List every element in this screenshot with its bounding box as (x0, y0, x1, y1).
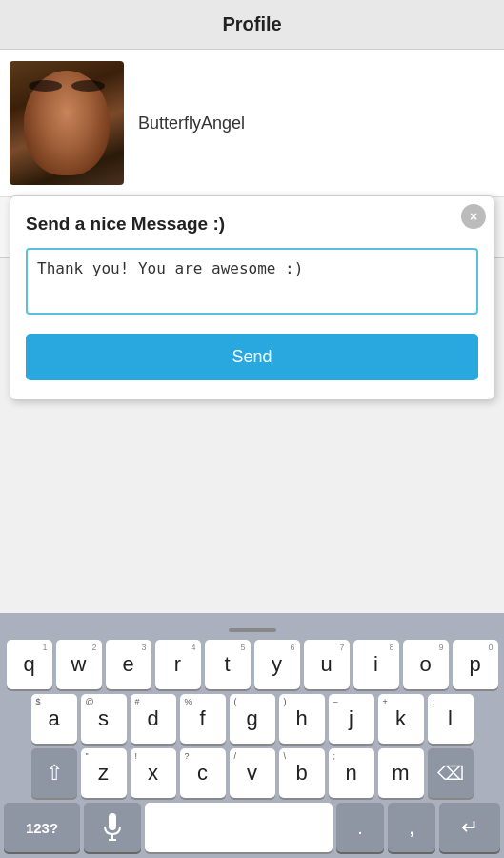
avatar (10, 61, 124, 185)
shift-key[interactable]: ⇧ (31, 748, 77, 798)
key-v[interactable]: /v (230, 748, 275, 798)
send-button[interactable]: Send (26, 334, 478, 380)
key-z[interactable]: "z (81, 748, 127, 798)
key-y[interactable]: 6y (254, 640, 300, 689)
close-icon: × (470, 209, 477, 224)
comma-key[interactable]: , (388, 803, 435, 852)
keyboard-row-1: 1q 2w 3e 4r 5t 6y 7u 8i 9o 0p (4, 640, 500, 689)
key-h[interactable]: )h (279, 694, 325, 744)
username-label: ButterflyAngel (138, 113, 245, 133)
num-switch-button[interactable]: 123? (4, 803, 80, 852)
dot-key[interactable]: . (336, 803, 384, 852)
key-o[interactable]: 9o (403, 640, 449, 689)
mic-button[interactable] (84, 803, 141, 852)
enter-key[interactable]: ↵ (439, 803, 500, 852)
key-x[interactable]: !x (131, 748, 176, 798)
key-r[interactable]: 4r (155, 640, 201, 689)
close-button[interactable]: × (461, 204, 486, 229)
message-input[interactable]: Thank you! You are awesome :) (26, 248, 478, 315)
header: Profile (0, 0, 504, 50)
keyboard-row-4: 123? . , ↵ (4, 803, 500, 852)
space-key[interactable] (145, 803, 333, 852)
keyboard-row-3: ⇧ "z !x ?c /v \b ;n m ⌫ (4, 748, 500, 798)
key-p[interactable]: 0p (453, 640, 498, 689)
key-t[interactable]: 5t (205, 640, 251, 689)
key-f[interactable]: %f (180, 694, 226, 744)
svg-rect-0 (109, 813, 116, 830)
key-b[interactable]: \b (279, 748, 325, 798)
key-l[interactable]: :l (428, 694, 474, 744)
key-q[interactable]: 1q (7, 640, 52, 689)
key-m[interactable]: m (378, 748, 424, 798)
dialog-title: Send a nice Message :) (26, 214, 478, 235)
keyboard-handle (4, 619, 500, 636)
key-g[interactable]: (g (230, 694, 275, 744)
key-j[interactable]: –j (329, 694, 374, 744)
mic-icon (102, 813, 123, 842)
comma-label: , (409, 815, 414, 840)
profile-section: ButterflyAngel (0, 50, 504, 197)
page-title: Profile (222, 13, 281, 34)
key-d[interactable]: #d (131, 694, 176, 744)
key-k[interactable]: +k (378, 694, 424, 744)
key-c[interactable]: ?c (180, 748, 226, 798)
keyboard: 1q 2w 3e 4r 5t 6y 7u 8i 9o 0p $a @s #d %… (0, 613, 504, 858)
key-s[interactable]: @s (81, 694, 127, 744)
enter-icon: ↵ (461, 815, 478, 840)
keyboard-row-2: $a @s #d %f (g )h –j +k :l (4, 694, 500, 744)
key-n[interactable]: ;n (329, 748, 374, 798)
num-switch-label: 123? (26, 820, 58, 836)
backspace-key[interactable]: ⌫ (428, 748, 474, 798)
key-w[interactable]: 2w (56, 640, 102, 689)
key-i[interactable]: 8i (353, 640, 399, 689)
key-a[interactable]: $a (31, 694, 77, 744)
key-e[interactable]: 3e (106, 640, 151, 689)
dot-label: . (357, 817, 363, 839)
message-dialog: × Send a nice Message :) Thank you! You … (10, 195, 494, 400)
key-u[interactable]: 7u (304, 640, 350, 689)
handle-bar (229, 628, 276, 632)
